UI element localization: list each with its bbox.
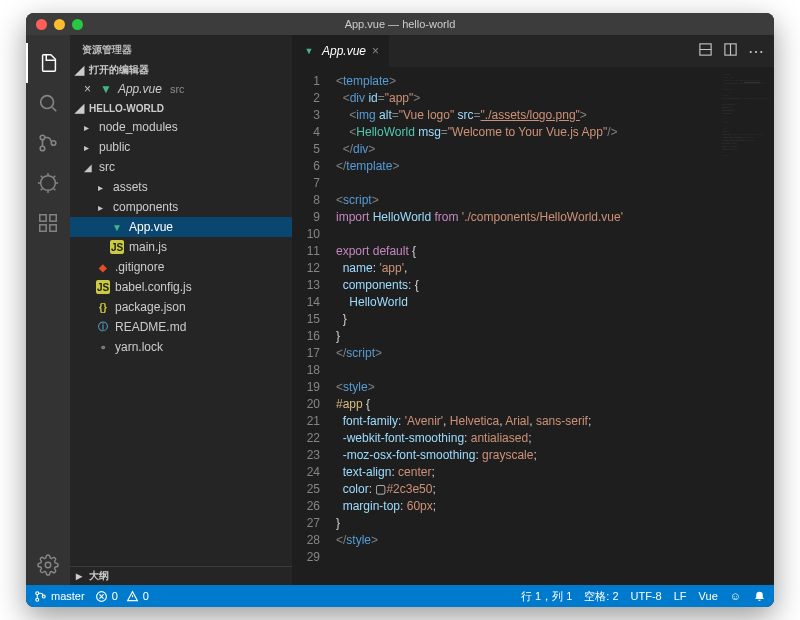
more-icon[interactable]: ⋯ [748,42,764,61]
debug-icon[interactable] [26,163,70,203]
extensions-icon[interactable] [26,203,70,243]
open-editor-name: App.vue [118,82,162,96]
json-icon: {} [96,300,110,314]
folder-components[interactable]: ▸components [70,197,292,217]
svg-point-4 [41,176,56,191]
project-label: HELLO-WORLD [89,103,164,114]
svg-rect-8 [50,225,56,231]
sidebar-title: 资源管理器 [70,35,292,61]
lock-icon: ⚬ [96,340,110,354]
file-yarn-lock[interactable]: ⚬yarn.lock [70,337,292,357]
vscode-window: App.vue — hello-world 资源管理器 ◢打开的编辑器 × ▼ … [26,13,774,607]
source-control-icon[interactable] [26,123,70,163]
bell-icon[interactable] [753,590,766,603]
section-project[interactable]: ◢HELLO-WORLD [70,99,292,117]
svg-rect-6 [50,215,56,221]
vue-icon: ▼ [302,44,316,58]
open-editors-label: 打开的编辑器 [89,63,149,77]
section-outline[interactable]: ▸大纲 [70,566,292,585]
status-bar: master 0 0 行 1，列 1 空格: 2 UTF-8 LF Vue ☺ [26,585,774,607]
svg-point-3 [51,141,56,146]
status-language[interactable]: Vue [699,590,718,602]
status-problems[interactable]: 0 0 [95,590,149,603]
status-cursor[interactable]: 行 1，列 1 [521,589,572,604]
vue-icon: ▼ [100,82,112,96]
svg-rect-5 [40,215,46,221]
outline-label: 大纲 [89,569,109,583]
svg-point-9 [45,562,51,568]
gear-icon[interactable] [26,545,70,585]
folder-public[interactable]: ▸public [70,137,292,157]
svg-rect-7 [40,225,46,231]
status-spaces[interactable]: 空格: 2 [584,589,618,604]
explorer-icon[interactable] [26,43,70,83]
svg-point-0 [41,96,54,109]
file-main-js[interactable]: JSmain.js [70,237,292,257]
svg-point-12 [36,591,39,594]
search-icon[interactable] [26,83,70,123]
status-eol[interactable]: LF [674,590,687,602]
file-gitignore[interactable]: ◆.gitignore [70,257,292,277]
editor-group: ▼ App.vue × ⋯ 12345678910111213141516171… [292,35,774,585]
svg-point-1 [40,135,45,140]
line-gutter: 1234567891011121314151617181920212223242… [292,67,330,585]
split-right-icon[interactable] [723,42,738,61]
svg-point-13 [36,598,39,601]
svg-point-2 [40,146,45,151]
section-open-editors[interactable]: ◢打开的编辑器 [70,61,292,79]
tab-label: App.vue [322,44,366,58]
file-tree: ▸node_modules ▸public ◢src ▸assets ▸comp… [70,117,292,357]
file-app-vue[interactable]: ▼App.vue [70,217,292,237]
tab-actions: ⋯ [698,35,774,67]
folder-node-modules[interactable]: ▸node_modules [70,117,292,137]
close-icon[interactable]: × [84,82,94,96]
js-icon: JS [96,280,110,294]
folder-src[interactable]: ◢src [70,157,292,177]
close-icon[interactable]: × [372,44,379,58]
code-editor[interactable]: 1234567891011121314151617181920212223242… [292,67,774,585]
split-down-icon[interactable] [698,42,713,61]
tab-bar: ▼ App.vue × ⋯ [292,35,774,67]
open-editor-item[interactable]: × ▼ App.vue src [70,79,292,99]
code-content[interactable]: <template> <div id="app"> <img alt="Vue … [330,67,774,585]
status-encoding[interactable]: UTF-8 [631,590,662,602]
status-branch[interactable]: master [34,590,85,603]
file-babel-config[interactable]: JSbabel.config.js [70,277,292,297]
git-icon: ◆ [96,260,110,274]
activity-bar [26,35,70,585]
vue-icon: ▼ [110,220,124,234]
open-editor-dir: src [170,83,185,95]
file-readme[interactable]: ⓘREADME.md [70,317,292,337]
explorer-sidebar: 资源管理器 ◢打开的编辑器 × ▼ App.vue src ◢HELLO-WOR… [70,35,292,585]
titlebar[interactable]: App.vue — hello-world [26,13,774,35]
folder-assets[interactable]: ▸assets [70,177,292,197]
status-feedback[interactable]: ☺ [730,590,741,602]
window-title: App.vue — hello-world [26,18,774,30]
info-icon: ⓘ [96,320,110,334]
tab-app-vue[interactable]: ▼ App.vue × [292,35,390,67]
file-package-json[interactable]: {}package.json [70,297,292,317]
js-icon: JS [110,240,124,254]
